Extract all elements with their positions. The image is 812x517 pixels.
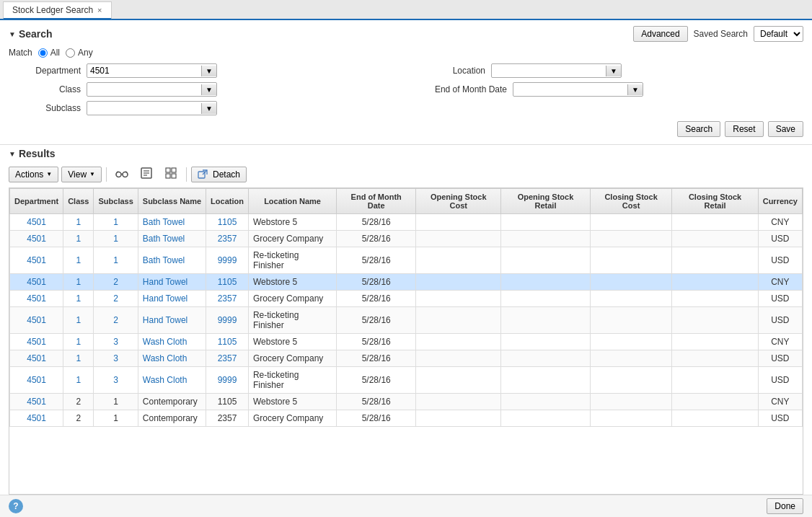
cell-location[interactable]: 1105	[206, 394, 249, 410]
cell-location[interactable]: 1105	[206, 334, 249, 350]
table-row[interactable]: 4501 1 2 Hand Towel 9999 Re-ticketing Fi…	[10, 307, 803, 334]
cell-subclass-name[interactable]: Hand Towel	[138, 307, 206, 334]
cell-class[interactable]: 1	[63, 307, 94, 334]
table-row[interactable]: 4501 1 1 Bath Towel 1105 Webstore 5 5/28…	[10, 214, 803, 231]
cell-location[interactable]: 2357	[206, 350, 249, 367]
department-dropdown[interactable]: ▼	[87, 63, 217, 78]
cell-subclass[interactable]: 1	[94, 231, 138, 247]
done-button[interactable]: Done	[767, 498, 803, 514]
table-row[interactable]: 4501 2 1 Contemporary 2357 Grocery Compa…	[10, 410, 803, 427]
cell-class[interactable]: 1	[63, 334, 94, 350]
department-dropdown-btn[interactable]: ▼	[201, 66, 216, 76]
cell-location[interactable]: 2357	[206, 231, 249, 247]
eom-input[interactable]	[513, 83, 627, 96]
cell-subclass-name[interactable]: Bath Towel	[138, 214, 206, 231]
cell-class[interactable]: 1	[63, 367, 94, 394]
cell-subclass-name[interactable]: Hand Towel	[138, 274, 206, 291]
cell-dept[interactable]: 4501	[10, 394, 63, 410]
glasses-icon-btn[interactable]	[111, 165, 133, 183]
eom-dropdown-btn[interactable]: ▼	[627, 84, 643, 95]
saved-search-select[interactable]: Default	[754, 26, 803, 42]
cell-dept[interactable]: 4501	[10, 410, 63, 427]
cell-dept[interactable]: 4501	[10, 274, 63, 291]
actions-button[interactable]: Actions ▼	[9, 167, 58, 182]
cell-subclass[interactable]: 3	[94, 350, 138, 367]
class-input[interactable]	[87, 83, 201, 96]
cell-dept[interactable]: 4501	[10, 367, 63, 394]
cell-dept[interactable]: 4501	[10, 214, 63, 231]
cell-subclass[interactable]: 2	[94, 274, 138, 291]
cell-location[interactable]: 2357	[206, 291, 249, 307]
location-input[interactable]	[492, 64, 606, 77]
table-row[interactable]: 4501 1 3 Wash Cloth 2357 Grocery Company…	[10, 350, 803, 367]
cell-class[interactable]: 1	[63, 274, 94, 291]
cell-subclass-name[interactable]: Wash Cloth	[138, 334, 206, 350]
cell-dept[interactable]: 4501	[10, 231, 63, 247]
cell-location[interactable]: 9999	[206, 247, 249, 274]
export-icon-btn[interactable]	[136, 164, 157, 185]
table-row[interactable]: 4501 1 2 Hand Towel 1105 Webstore 5 5/28…	[10, 274, 803, 291]
cell-class[interactable]: 1	[63, 214, 94, 231]
advanced-button[interactable]: Advanced	[633, 26, 687, 42]
cell-location[interactable]: 9999	[206, 307, 249, 334]
reset-button[interactable]: Reset	[725, 121, 763, 137]
cell-dept[interactable]: 4501	[10, 247, 63, 274]
subclass-dropdown-btn[interactable]: ▼	[201, 103, 216, 114]
stock-ledger-tab[interactable]: Stock Ledger Search ×	[3, 1, 112, 19]
match-all-radio[interactable]: All	[38, 48, 60, 58]
cell-class[interactable]: 1	[63, 291, 94, 307]
table-row[interactable]: 4501 1 2 Hand Towel 2357 Grocery Company…	[10, 291, 803, 307]
table-row[interactable]: 4501 2 1 Contemporary 1105 Webstore 5 5/…	[10, 394, 803, 410]
eom-dropdown[interactable]: ▼	[513, 82, 643, 97]
match-any-radio[interactable]: Any	[66, 48, 93, 58]
cell-subclass-name[interactable]: Bath Towel	[138, 231, 206, 247]
results-table-wrapper[interactable]: Department Class Subclass Subclass Name …	[9, 187, 803, 495]
cell-location[interactable]: 2357	[206, 410, 249, 427]
cell-subclass-name[interactable]: Hand Towel	[138, 291, 206, 307]
cell-class[interactable]: 1	[63, 247, 94, 274]
cell-dept[interactable]: 4501	[10, 291, 63, 307]
subclass-dropdown[interactable]: ▼	[87, 101, 217, 115]
help-icon[interactable]: ?	[9, 499, 23, 513]
table-row[interactable]: 4501 1 3 Wash Cloth 9999 Re-ticketing Fi…	[10, 367, 803, 394]
detach-button[interactable]: Detach	[191, 167, 247, 182]
cell-subclass[interactable]: 2	[94, 291, 138, 307]
location-dropdown-btn[interactable]: ▼	[606, 66, 621, 76]
results-collapse-icon[interactable]: ▼	[9, 150, 16, 158]
cell-subclass[interactable]: 2	[94, 307, 138, 334]
cell-subclass-name[interactable]: Contemporary	[138, 410, 206, 427]
cell-dept[interactable]: 4501	[10, 307, 63, 334]
search-button[interactable]: Search	[677, 121, 720, 137]
table-row[interactable]: 4501 1 3 Wash Cloth 1105 Webstore 5 5/28…	[10, 334, 803, 350]
search-collapse-icon[interactable]: ▼	[9, 30, 16, 38]
view-button[interactable]: View ▼	[61, 167, 102, 182]
cell-subclass[interactable]: 1	[94, 214, 138, 231]
cell-dept[interactable]: 4501	[10, 350, 63, 367]
cell-location[interactable]: 1105	[206, 214, 249, 231]
cell-subclass-name[interactable]: Wash Cloth	[138, 367, 206, 394]
save-button[interactable]: Save	[768, 121, 803, 137]
cell-class[interactable]: 2	[63, 410, 94, 427]
cell-location[interactable]: 1105	[206, 274, 249, 291]
subclass-input[interactable]	[87, 102, 201, 115]
table-row[interactable]: 4501 1 1 Bath Towel 9999 Re-ticketing Fi…	[10, 247, 803, 274]
table-row[interactable]: 4501 1 1 Bath Towel 2357 Grocery Company…	[10, 231, 803, 247]
cell-subclass[interactable]: 3	[94, 334, 138, 350]
cell-class[interactable]: 1	[63, 350, 94, 367]
cell-subclass[interactable]: 1	[94, 247, 138, 274]
cell-dept[interactable]: 4501	[10, 334, 63, 350]
cell-subclass-name[interactable]: Wash Cloth	[138, 350, 206, 367]
cell-class[interactable]: 2	[63, 394, 94, 410]
cell-subclass[interactable]: 1	[94, 394, 138, 410]
tab-close-icon[interactable]: ×	[97, 6, 102, 14]
cell-class[interactable]: 1	[63, 231, 94, 247]
cell-location[interactable]: 9999	[206, 367, 249, 394]
class-dropdown-btn[interactable]: ▼	[201, 84, 216, 95]
cell-subclass-name[interactable]: Contemporary	[138, 394, 206, 410]
location-dropdown[interactable]: ▼	[491, 63, 622, 78]
cell-subclass[interactable]: 3	[94, 367, 138, 394]
cell-subclass-name[interactable]: Bath Towel	[138, 247, 206, 274]
grid-icon-btn[interactable]	[160, 164, 182, 185]
department-input[interactable]	[87, 64, 201, 77]
class-dropdown[interactable]: ▼	[87, 82, 217, 97]
